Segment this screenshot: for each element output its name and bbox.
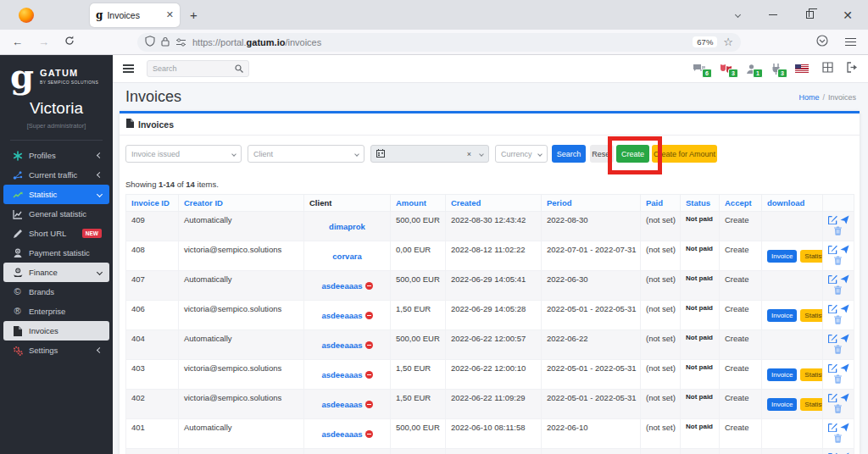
reset-button[interactable]: Reset — [590, 145, 614, 163]
language-flag-icon[interactable] — [795, 64, 809, 74]
client-link[interactable]: asdeeaaas — [321, 400, 362, 409]
download-statistic-button[interactable]: Statistic — [800, 398, 822, 411]
accept-create-link[interactable]: Create — [725, 393, 749, 402]
accept-create-link[interactable]: Create — [725, 363, 749, 373]
column-header-paid[interactable]: Paid — [641, 195, 681, 212]
edit-icon[interactable] — [828, 274, 837, 284]
column-header-client[interactable]: Client — [304, 195, 391, 212]
sidebar-item-finance[interactable]: Finance — [3, 263, 109, 282]
create-button[interactable]: Create — [616, 145, 649, 163]
download-invoice-button[interactable]: Invoice — [767, 250, 797, 263]
client-link[interactable]: asdeeaaas — [321, 311, 362, 320]
accept-create-link[interactable]: Create — [725, 304, 749, 313]
comments-icon[interactable]: 6 — [693, 64, 706, 75]
client-link[interactable]: asdeeaaas — [321, 429, 362, 439]
download-invoice-button[interactable]: Invoice — [767, 398, 797, 411]
column-header-creator-id[interactable]: Creator ID — [179, 195, 304, 212]
sidebar-item-payment-statistic[interactable]: Payment statistic — [3, 243, 109, 263]
window-restore-button[interactable] — [806, 11, 814, 19]
accept-create-link[interactable]: Create — [725, 215, 749, 224]
date-clear-icon[interactable]: × — [467, 150, 471, 158]
search-box[interactable] — [147, 60, 249, 77]
column-header-status[interactable]: Status — [681, 195, 720, 212]
tab-list-chevron-icon[interactable] — [736, 13, 740, 17]
send-icon[interactable] — [840, 334, 849, 343]
masks-icon[interactable]: 3 — [720, 64, 732, 75]
trash-icon[interactable] — [834, 315, 842, 324]
edit-icon[interactable] — [828, 334, 837, 343]
browser-zoom-indicator[interactable]: 67% — [693, 36, 717, 47]
sidebar-item-enterprise[interactable]: ®Enterprise — [3, 302, 109, 321]
currency-select[interactable]: Currency — [495, 145, 548, 163]
window-close-button[interactable]: ✕ — [843, 9, 853, 21]
logout-icon[interactable] — [847, 61, 858, 76]
tab-close-icon[interactable]: ✕ — [166, 9, 174, 20]
send-icon[interactable] — [840, 274, 849, 284]
accept-create-link[interactable]: Create — [725, 245, 749, 254]
sidebar-toggle-icon[interactable] — [123, 64, 134, 73]
pocket-icon[interactable] — [816, 35, 828, 50]
plug-icon[interactable]: 3 — [771, 64, 782, 75]
back-button[interactable]: ← — [12, 36, 23, 48]
download-statistic-button[interactable]: Statistic — [800, 368, 822, 381]
client-link[interactable]: corvara — [332, 252, 361, 261]
client-link[interactable]: dimaprok — [329, 222, 365, 231]
grid-icon[interactable] — [822, 61, 833, 76]
accept-create-link[interactable]: Create — [725, 334, 749, 343]
trash-icon[interactable] — [834, 285, 842, 295]
send-icon[interactable] — [840, 423, 849, 432]
new-tab-button[interactable]: + — [190, 8, 198, 22]
sidebar-item-short-url[interactable]: Short URLNEW — [3, 224, 109, 243]
column-header-download[interactable]: download — [762, 195, 823, 212]
column-header-invoice-id[interactable]: Invoice ID — [126, 195, 179, 212]
invoice-issued-select[interactable]: Invoice issued — [125, 145, 242, 163]
send-icon[interactable] — [840, 363, 849, 373]
column-header-amount[interactable]: Amount — [391, 195, 446, 212]
trash-icon[interactable] — [834, 226, 842, 235]
sidebar-item-settings[interactable]: Settings — [3, 340, 109, 360]
sidebar-item-profiles[interactable]: Profiles — [3, 146, 109, 165]
edit-icon[interactable] — [828, 304, 837, 313]
edit-icon[interactable] — [828, 393, 837, 402]
breadcrumb-home-link[interactable]: Home — [798, 93, 819, 102]
edit-icon[interactable] — [828, 245, 837, 254]
create-for-amount-button[interactable]: Create for Amount — [652, 145, 717, 163]
download-statistic-button[interactable]: Statistic — [800, 309, 822, 322]
download-invoice-button[interactable]: Invoice — [767, 309, 797, 322]
sidebar-item-brands[interactable]: ©Brands — [3, 282, 109, 302]
trash-icon[interactable] — [834, 374, 842, 384]
sidebar-item-statistic[interactable]: Statistic — [3, 185, 109, 204]
send-icon[interactable] — [840, 215, 849, 224]
trash-icon[interactable] — [834, 256, 842, 265]
permissions-icon[interactable] — [175, 35, 186, 50]
window-minimize-button[interactable] — [769, 14, 777, 15]
bookmark-star-icon[interactable]: ☆ — [723, 36, 733, 48]
forward-button[interactable]: → — [38, 36, 49, 48]
client-link[interactable]: asdeeaaas — [321, 340, 362, 350]
send-icon[interactable] — [840, 393, 849, 402]
lock-icon[interactable] — [161, 35, 170, 50]
client-link[interactable]: asdeeaaas — [321, 370, 362, 379]
send-icon[interactable] — [840, 304, 849, 313]
send-icon[interactable] — [840, 245, 849, 254]
trash-icon[interactable] — [834, 404, 842, 413]
firefox-icon[interactable] — [19, 8, 34, 23]
accept-create-link[interactable]: Create — [725, 274, 749, 284]
download-invoice-button[interactable]: Invoice — [767, 368, 797, 381]
sidebar-item-current-traffic[interactable]: Current traffic — [3, 165, 109, 185]
trash-icon[interactable] — [834, 434, 842, 443]
browser-menu-icon[interactable] — [845, 38, 856, 47]
column-header-period[interactable]: Period — [542, 195, 641, 212]
trash-icon[interactable] — [834, 345, 842, 354]
column-header-accept[interactable]: Accept — [720, 195, 762, 212]
sidebar-item-invoices[interactable]: Invoices — [3, 321, 109, 340]
edit-icon[interactable] — [828, 363, 837, 373]
column-header-created[interactable]: Created — [446, 195, 542, 212]
client-select[interactable]: Client — [248, 145, 364, 163]
edit-icon[interactable] — [828, 215, 837, 224]
reload-button[interactable] — [64, 36, 75, 48]
search-input[interactable] — [153, 64, 235, 73]
search-button[interactable]: Search — [552, 145, 586, 163]
client-link[interactable]: asdeeaaas — [321, 281, 362, 291]
date-range-picker[interactable]: × — [370, 145, 489, 163]
